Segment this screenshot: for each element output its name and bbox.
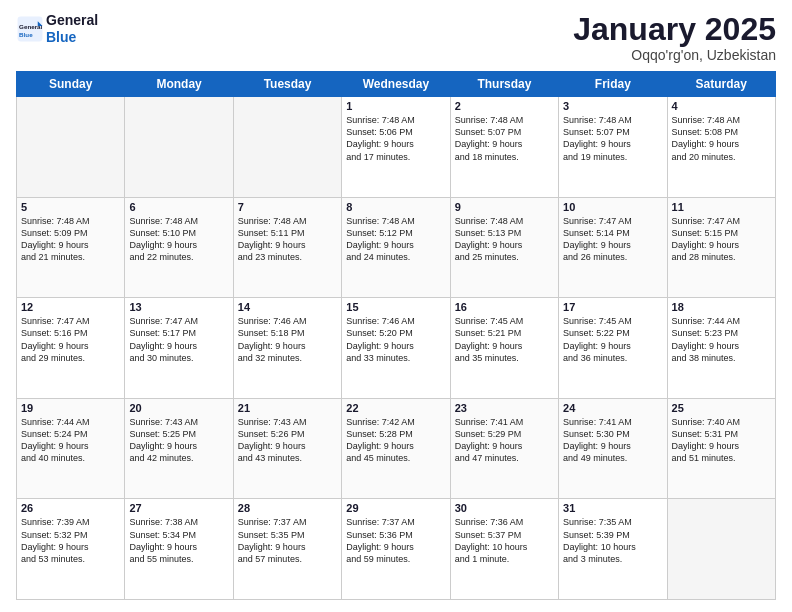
day-number: 12 — [21, 301, 120, 313]
day-number: 9 — [455, 201, 554, 213]
calendar-cell: 28Sunrise: 7:37 AM Sunset: 5:35 PM Dayli… — [233, 499, 341, 600]
day-content: Sunrise: 7:47 AM Sunset: 5:16 PM Dayligh… — [21, 315, 120, 364]
day-number: 31 — [563, 502, 662, 514]
day-number: 28 — [238, 502, 337, 514]
calendar-cell: 24Sunrise: 7:41 AM Sunset: 5:30 PM Dayli… — [559, 398, 667, 499]
svg-text:Blue: Blue — [19, 31, 33, 38]
day-number: 22 — [346, 402, 445, 414]
calendar-cell: 15Sunrise: 7:46 AM Sunset: 5:20 PM Dayli… — [342, 298, 450, 399]
day-content: Sunrise: 7:48 AM Sunset: 5:08 PM Dayligh… — [672, 114, 771, 163]
day-content: Sunrise: 7:43 AM Sunset: 5:25 PM Dayligh… — [129, 416, 228, 465]
day-number: 23 — [455, 402, 554, 414]
day-number: 14 — [238, 301, 337, 313]
day-content: Sunrise: 7:40 AM Sunset: 5:31 PM Dayligh… — [672, 416, 771, 465]
day-number: 13 — [129, 301, 228, 313]
day-content: Sunrise: 7:48 AM Sunset: 5:13 PM Dayligh… — [455, 215, 554, 264]
calendar-cell: 27Sunrise: 7:38 AM Sunset: 5:34 PM Dayli… — [125, 499, 233, 600]
calendar-cell: 11Sunrise: 7:47 AM Sunset: 5:15 PM Dayli… — [667, 197, 775, 298]
day-number: 8 — [346, 201, 445, 213]
day-content: Sunrise: 7:37 AM Sunset: 5:36 PM Dayligh… — [346, 516, 445, 565]
header: General Blue General Blue January 2025 O… — [16, 12, 776, 63]
day-content: Sunrise: 7:46 AM Sunset: 5:20 PM Dayligh… — [346, 315, 445, 364]
day-content: Sunrise: 7:47 AM Sunset: 5:15 PM Dayligh… — [672, 215, 771, 264]
calendar-cell: 16Sunrise: 7:45 AM Sunset: 5:21 PM Dayli… — [450, 298, 558, 399]
month-title: January 2025 — [573, 12, 776, 47]
calendar-cell: 29Sunrise: 7:37 AM Sunset: 5:36 PM Dayli… — [342, 499, 450, 600]
calendar-cell: 10Sunrise: 7:47 AM Sunset: 5:14 PM Dayli… — [559, 197, 667, 298]
day-header-wednesday: Wednesday — [342, 72, 450, 97]
day-content: Sunrise: 7:44 AM Sunset: 5:24 PM Dayligh… — [21, 416, 120, 465]
logo-icon: General Blue — [16, 15, 44, 43]
day-content: Sunrise: 7:39 AM Sunset: 5:32 PM Dayligh… — [21, 516, 120, 565]
day-number: 16 — [455, 301, 554, 313]
logo: General Blue General Blue — [16, 12, 98, 46]
page: General Blue General Blue January 2025 O… — [0, 0, 792, 612]
calendar-cell: 25Sunrise: 7:40 AM Sunset: 5:31 PM Dayli… — [667, 398, 775, 499]
calendar-cell: 9Sunrise: 7:48 AM Sunset: 5:13 PM Daylig… — [450, 197, 558, 298]
day-content: Sunrise: 7:45 AM Sunset: 5:21 PM Dayligh… — [455, 315, 554, 364]
calendar-cell: 1Sunrise: 7:48 AM Sunset: 5:06 PM Daylig… — [342, 97, 450, 198]
day-content: Sunrise: 7:48 AM Sunset: 5:10 PM Dayligh… — [129, 215, 228, 264]
calendar-cell — [125, 97, 233, 198]
calendar-week-3: 12Sunrise: 7:47 AM Sunset: 5:16 PM Dayli… — [17, 298, 776, 399]
calendar-week-5: 26Sunrise: 7:39 AM Sunset: 5:32 PM Dayli… — [17, 499, 776, 600]
day-content: Sunrise: 7:37 AM Sunset: 5:35 PM Dayligh… — [238, 516, 337, 565]
calendar-cell — [233, 97, 341, 198]
day-number: 4 — [672, 100, 771, 112]
calendar-cell: 30Sunrise: 7:36 AM Sunset: 5:37 PM Dayli… — [450, 499, 558, 600]
calendar-cell: 4Sunrise: 7:48 AM Sunset: 5:08 PM Daylig… — [667, 97, 775, 198]
title-area: January 2025 Oqqo'rg'on, Uzbekistan — [573, 12, 776, 63]
day-header-thursday: Thursday — [450, 72, 558, 97]
day-content: Sunrise: 7:41 AM Sunset: 5:30 PM Dayligh… — [563, 416, 662, 465]
day-number: 26 — [21, 502, 120, 514]
day-header-sunday: Sunday — [17, 72, 125, 97]
day-number: 18 — [672, 301, 771, 313]
day-header-friday: Friday — [559, 72, 667, 97]
day-number: 25 — [672, 402, 771, 414]
day-number: 24 — [563, 402, 662, 414]
calendar-cell: 3Sunrise: 7:48 AM Sunset: 5:07 PM Daylig… — [559, 97, 667, 198]
day-number: 17 — [563, 301, 662, 313]
calendar-cell: 31Sunrise: 7:35 AM Sunset: 5:39 PM Dayli… — [559, 499, 667, 600]
calendar-week-4: 19Sunrise: 7:44 AM Sunset: 5:24 PM Dayli… — [17, 398, 776, 499]
day-number: 5 — [21, 201, 120, 213]
day-number: 2 — [455, 100, 554, 112]
day-content: Sunrise: 7:44 AM Sunset: 5:23 PM Dayligh… — [672, 315, 771, 364]
day-content: Sunrise: 7:38 AM Sunset: 5:34 PM Dayligh… — [129, 516, 228, 565]
calendar-header-row: SundayMondayTuesdayWednesdayThursdayFrid… — [17, 72, 776, 97]
day-number: 3 — [563, 100, 662, 112]
calendar-cell: 17Sunrise: 7:45 AM Sunset: 5:22 PM Dayli… — [559, 298, 667, 399]
day-content: Sunrise: 7:35 AM Sunset: 5:39 PM Dayligh… — [563, 516, 662, 565]
calendar-cell: 18Sunrise: 7:44 AM Sunset: 5:23 PM Dayli… — [667, 298, 775, 399]
day-content: Sunrise: 7:45 AM Sunset: 5:22 PM Dayligh… — [563, 315, 662, 364]
day-number: 21 — [238, 402, 337, 414]
calendar-cell: 23Sunrise: 7:41 AM Sunset: 5:29 PM Dayli… — [450, 398, 558, 499]
calendar-cell: 20Sunrise: 7:43 AM Sunset: 5:25 PM Dayli… — [125, 398, 233, 499]
day-content: Sunrise: 7:48 AM Sunset: 5:11 PM Dayligh… — [238, 215, 337, 264]
day-content: Sunrise: 7:48 AM Sunset: 5:09 PM Dayligh… — [21, 215, 120, 264]
day-content: Sunrise: 7:42 AM Sunset: 5:28 PM Dayligh… — [346, 416, 445, 465]
location: Oqqo'rg'on, Uzbekistan — [573, 47, 776, 63]
day-number: 15 — [346, 301, 445, 313]
day-content: Sunrise: 7:48 AM Sunset: 5:06 PM Dayligh… — [346, 114, 445, 163]
day-number: 11 — [672, 201, 771, 213]
calendar-table: SundayMondayTuesdayWednesdayThursdayFrid… — [16, 71, 776, 600]
day-content: Sunrise: 7:41 AM Sunset: 5:29 PM Dayligh… — [455, 416, 554, 465]
calendar-cell: 22Sunrise: 7:42 AM Sunset: 5:28 PM Dayli… — [342, 398, 450, 499]
day-content: Sunrise: 7:48 AM Sunset: 5:07 PM Dayligh… — [455, 114, 554, 163]
calendar-cell: 19Sunrise: 7:44 AM Sunset: 5:24 PM Dayli… — [17, 398, 125, 499]
day-header-monday: Monday — [125, 72, 233, 97]
calendar-cell — [667, 499, 775, 600]
calendar-cell — [17, 97, 125, 198]
day-number: 10 — [563, 201, 662, 213]
day-content: Sunrise: 7:48 AM Sunset: 5:07 PM Dayligh… — [563, 114, 662, 163]
day-number: 7 — [238, 201, 337, 213]
calendar-cell: 2Sunrise: 7:48 AM Sunset: 5:07 PM Daylig… — [450, 97, 558, 198]
calendar-cell: 26Sunrise: 7:39 AM Sunset: 5:32 PM Dayli… — [17, 499, 125, 600]
day-content: Sunrise: 7:36 AM Sunset: 5:37 PM Dayligh… — [455, 516, 554, 565]
day-number: 20 — [129, 402, 228, 414]
day-content: Sunrise: 7:47 AM Sunset: 5:14 PM Dayligh… — [563, 215, 662, 264]
day-number: 6 — [129, 201, 228, 213]
day-header-tuesday: Tuesday — [233, 72, 341, 97]
day-number: 30 — [455, 502, 554, 514]
